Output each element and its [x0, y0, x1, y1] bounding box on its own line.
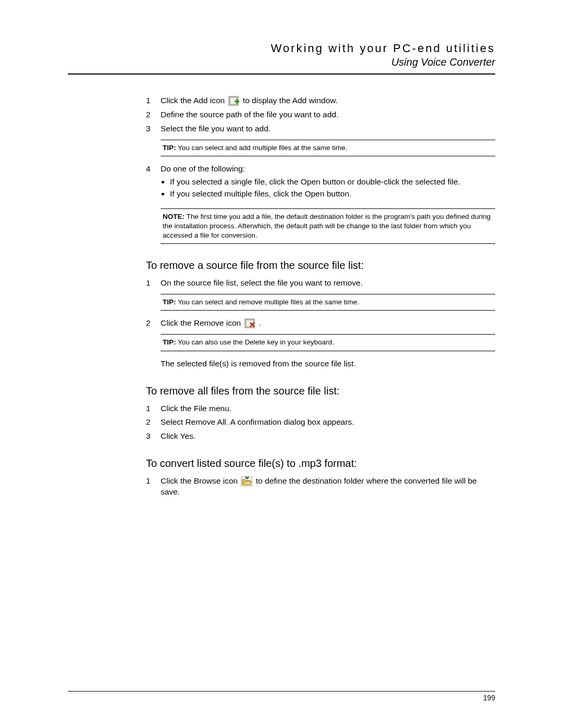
page-content: 1 Click the Add icon to display the Add …: [68, 95, 495, 498]
step-text: Click the File menu.: [161, 403, 495, 414]
step-text: On the source file list, select the file…: [161, 278, 495, 289]
callout-label: TIP:: [163, 144, 176, 152]
text-fragment: to display the Add window.: [243, 96, 338, 105]
subheading-remove-all: To remove all files from the source file…: [146, 384, 495, 398]
step-text: Select Remove All. A confirmation dialog…: [161, 417, 495, 428]
page-header: Working with your PC-end utilities Using…: [68, 42, 495, 68]
step-text: Click Yes.: [161, 431, 495, 442]
bullet-item: If you selected a single file, click the…: [170, 177, 495, 187]
step-number: 2: [146, 109, 161, 120]
svg-rect-3: [236, 99, 238, 104]
section-title: Using Voice Converter: [68, 56, 495, 68]
step-number: 2: [146, 318, 161, 329]
tip-callout: TIP: You can select and add multiple fil…: [161, 140, 495, 156]
footer-rule: [68, 691, 495, 692]
callout-text: The first time you add a file, the defau…: [163, 213, 491, 239]
manual-page: Working with your PC-end utilities Using…: [0, 0, 563, 728]
result-text: The selected file(s) is removed from the…: [146, 359, 495, 369]
callout-label: TIP:: [163, 338, 176, 346]
step-number: 4: [146, 164, 161, 203]
page-footer: 199: [68, 691, 495, 702]
step-number: 1: [146, 476, 161, 498]
step-text: Select the file you want to add.: [161, 124, 495, 134]
step-item: 3 Click Yes.: [146, 431, 495, 442]
callout-text: You can select and remove multiple files…: [176, 298, 359, 306]
step-item: 1 Click the File menu.: [146, 403, 495, 414]
callout-text: You can select and add multiple files at…: [176, 144, 348, 152]
step-number: 3: [146, 431, 161, 442]
tip-callout: TIP: You can also use the Delete key in …: [161, 334, 495, 351]
step-text: Click the Add icon to display the Add wi…: [161, 95, 495, 106]
step-item: 1 Click the Add icon to display the Add …: [146, 95, 495, 106]
text-fragment: .: [259, 318, 261, 327]
page-number: 199: [68, 694, 495, 702]
browse-icon: [241, 476, 252, 487]
step-number: 2: [146, 417, 161, 428]
subheading-convert: To convert listed source file(s) to .mp3…: [146, 456, 495, 471]
remove-icon: [244, 318, 256, 329]
text-fragment: Click the Remove icon: [161, 318, 243, 327]
step-text: Click the Browse icon to define the dest…: [161, 476, 495, 498]
step-item: 1 Click the Browse icon to define the de…: [146, 476, 495, 498]
header-rule: [68, 73, 495, 75]
step-body: Do one of the following: If you selected…: [161, 164, 495, 203]
callout-text: You can also use the Delete key in your …: [176, 338, 334, 346]
bullet-list: If you selected a single file, click the…: [170, 177, 495, 199]
subheading-remove-one: To remove a source file from the source …: [146, 258, 495, 273]
callout-label: TIP:: [163, 298, 176, 306]
bullet-item: If you selected multiple files, click th…: [170, 189, 495, 199]
step-item: 2 Click the Remove icon .: [146, 318, 495, 329]
step-number: 1: [146, 278, 161, 289]
tip-callout: TIP: You can select and remove multiple …: [161, 294, 495, 311]
svg-rect-5: [246, 320, 253, 327]
note-callout: NOTE: The first time you add a file, the…: [161, 208, 495, 244]
text-fragment: Click the Browse icon: [161, 476, 240, 485]
callout-label: NOTE:: [163, 213, 185, 220]
step-item: 1 On the source file list, select the fi…: [146, 278, 495, 289]
chapter-title: Working with your PC-end utilities: [68, 42, 495, 55]
step-item: 2 Select Remove All. A confirmation dial…: [146, 417, 495, 428]
step-number: 1: [146, 403, 161, 414]
step-text: Define the source path of the file you w…: [161, 109, 495, 120]
step-text: The selected file(s) is removed from the…: [161, 359, 495, 369]
step-item: 3 Select the file you want to add.: [146, 124, 495, 134]
step-item: 4 Do one of the following: If you select…: [146, 164, 495, 203]
step-number: 3: [146, 124, 161, 134]
step-number: 1: [146, 95, 161, 106]
step-text: Click the Remove icon .: [161, 318, 495, 329]
step-item: 2 Define the source path of the file you…: [146, 109, 495, 120]
add-icon: [228, 96, 240, 106]
step-text: Do one of the following:: [161, 164, 245, 173]
text-fragment: Click the Add icon: [161, 96, 227, 105]
